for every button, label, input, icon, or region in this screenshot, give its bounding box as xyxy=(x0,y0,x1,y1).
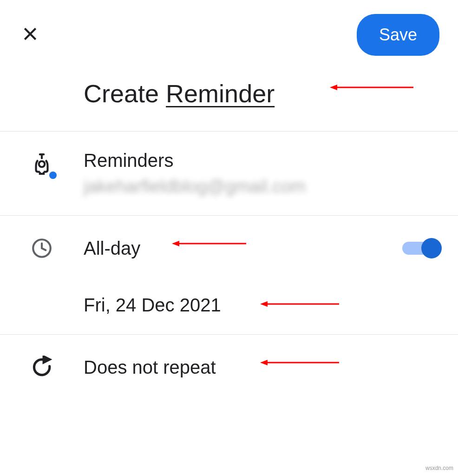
allday-label: All-day xyxy=(84,238,402,259)
close-button[interactable] xyxy=(19,23,42,46)
close-icon xyxy=(21,25,39,45)
repeat-row[interactable]: Does not repeat xyxy=(0,335,458,400)
reminder-indicator-dot xyxy=(49,172,57,179)
header-bar: Save xyxy=(0,0,458,70)
svg-point-4 xyxy=(39,161,45,167)
title-section[interactable]: Create Reminder xyxy=(0,70,458,132)
watermark: wsxdn.com xyxy=(425,465,453,471)
account-label: Reminders xyxy=(84,150,439,171)
account-email: jakeharfieldblog@gmail.com xyxy=(84,177,439,197)
repeat-content: Does not repeat xyxy=(84,357,439,378)
allday-row[interactable]: All-day xyxy=(0,216,458,281)
date-row[interactable]: Fri, 24 Dec 2021 xyxy=(0,281,458,334)
save-button[interactable]: Save xyxy=(357,14,439,56)
title-underlined: Reminder xyxy=(166,79,275,107)
reminder-icon xyxy=(28,150,56,178)
svg-marker-10 xyxy=(44,357,50,363)
toggle-thumb xyxy=(421,238,442,258)
title-prefix: Create xyxy=(84,79,166,107)
repeat-label: Does not repeat xyxy=(84,357,439,378)
clock-icon xyxy=(28,234,56,262)
allday-toggle[interactable] xyxy=(402,238,439,258)
date-text: Fri, 24 Dec 2021 xyxy=(84,295,439,316)
allday-content: All-day xyxy=(84,238,402,259)
time-section: All-day Fri, 24 Dec 2021 xyxy=(0,216,458,335)
repeat-icon xyxy=(28,353,56,381)
annotation-arrow-icon xyxy=(330,83,413,92)
svg-marker-3 xyxy=(330,85,337,90)
account-content: Reminders jakeharfieldblog@gmail.com xyxy=(84,150,439,197)
account-row[interactable]: Reminders jakeharfieldblog@gmail.com xyxy=(0,132,458,216)
